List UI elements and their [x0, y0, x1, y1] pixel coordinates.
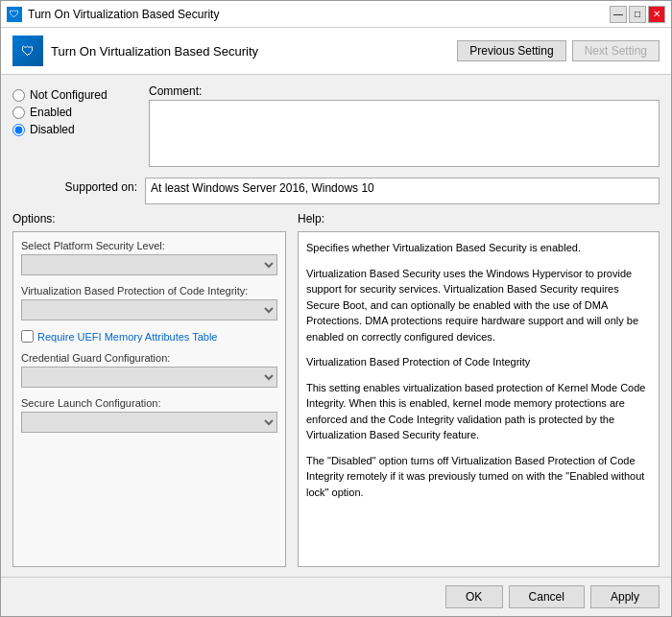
comment-section: Comment:: [149, 84, 660, 170]
title-bar-left: 🛡 Turn On Virtualization Based Security: [7, 7, 219, 22]
credential-label: Credential Guard Configuration:: [21, 352, 277, 364]
header-icon: 🛡: [12, 36, 43, 66]
credential-group: Credential Guard Configuration:: [21, 352, 277, 388]
secure-launch-select[interactable]: [21, 412, 277, 433]
cancel-button[interactable]: Cancel: [509, 585, 585, 608]
platform-label: Select Platform Security Level:: [21, 240, 277, 251]
header-title: Turn On Virtualization Based Security: [51, 44, 258, 59]
uefi-checkbox[interactable]: [21, 330, 34, 343]
not-configured-radio[interactable]: [12, 89, 25, 102]
secure-launch-group: Secure Launch Configuration:: [21, 397, 277, 433]
uefi-label: Require UEFI Memory Attributes Table: [37, 331, 217, 343]
header-buttons: Previous Setting Next Setting: [457, 40, 660, 61]
help-section: Help: Specifies whether Virtualization B…: [298, 212, 660, 567]
enabled-radio[interactable]: [12, 107, 25, 119]
comment-label: Comment:: [149, 84, 660, 98]
radio-comment-row: Not Configured Enabled Disabled Comment:: [12, 84, 660, 170]
disabled-radio[interactable]: [12, 124, 25, 136]
window-icon: 🛡: [7, 7, 22, 22]
enabled-label: Enabled: [30, 106, 72, 119]
options-title: Options:: [12, 212, 286, 225]
supported-row: Supported on: At least Windows Server 20…: [12, 178, 660, 204]
header-left: 🛡 Turn On Virtualization Based Security: [12, 36, 258, 66]
options-help-row: Options: Select Platform Security Level:…: [12, 212, 660, 567]
title-bar: 🛡 Turn On Virtualization Based Security …: [1, 1, 671, 28]
secure-launch-label: Secure Launch Configuration:: [21, 397, 277, 409]
supported-wrapper: At least Windows Server 2016, Windows 10: [145, 178, 660, 204]
platform-select[interactable]: [21, 254, 277, 275]
vbs-select[interactable]: [21, 299, 277, 320]
radio-disabled[interactable]: Disabled: [12, 123, 137, 136]
not-configured-label: Not Configured: [30, 88, 108, 102]
vbs-group: Virtualization Based Protection of Code …: [21, 285, 277, 320]
disabled-label: Disabled: [30, 123, 75, 136]
comment-textarea[interactable]: [149, 100, 660, 167]
platform-group: Select Platform Security Level:: [21, 240, 277, 275]
minimize-button[interactable]: —: [610, 6, 627, 23]
help-para-5: The "Disabled" option turns off Virtuali…: [306, 453, 651, 501]
help-para-4: This setting enables virtualization base…: [306, 380, 651, 443]
apply-button[interactable]: Apply: [590, 585, 660, 608]
title-bar-title: Turn On Virtualization Based Security: [28, 8, 219, 21]
textarea-wrapper: [149, 100, 660, 170]
radio-not-configured[interactable]: Not Configured: [12, 88, 137, 102]
uefi-row[interactable]: Require UEFI Memory Attributes Table: [21, 330, 277, 343]
supported-box: At least Windows Server 2016, Windows 10: [145, 178, 660, 204]
ok-button[interactable]: OK: [445, 585, 503, 608]
next-setting-button[interactable]: Next Setting: [572, 40, 660, 61]
prev-setting-button[interactable]: Previous Setting: [457, 40, 565, 61]
header-area: 🛡 Turn On Virtualization Based Security …: [1, 28, 671, 75]
content-area: Not Configured Enabled Disabled Comment:: [1, 75, 671, 577]
credential-select[interactable]: [21, 367, 277, 388]
options-panel: Select Platform Security Level: Virtuali…: [12, 231, 286, 567]
help-para-2: Virtualization Based Security uses the W…: [306, 266, 651, 345]
vbs-label: Virtualization Based Protection of Code …: [21, 285, 277, 297]
supported-label: Supported on:: [12, 178, 137, 194]
help-panel: Specifies whether Virtualization Based S…: [298, 231, 660, 567]
close-button[interactable]: ✕: [648, 6, 665, 23]
radio-enabled[interactable]: Enabled: [12, 106, 137, 119]
help-para-1: Specifies whether Virtualization Based S…: [306, 240, 651, 256]
options-section: Options: Select Platform Security Level:…: [12, 212, 286, 567]
main-window: 🛡 Turn On Virtualization Based Security …: [0, 0, 672, 617]
help-para-3: Virtualization Based Protection of Code …: [306, 354, 651, 370]
footer: OK Cancel Apply: [1, 577, 671, 616]
help-title: Help:: [298, 212, 660, 225]
title-bar-controls: — □ ✕: [610, 6, 665, 23]
maximize-button[interactable]: □: [629, 6, 646, 23]
radio-group: Not Configured Enabled Disabled: [12, 84, 137, 136]
